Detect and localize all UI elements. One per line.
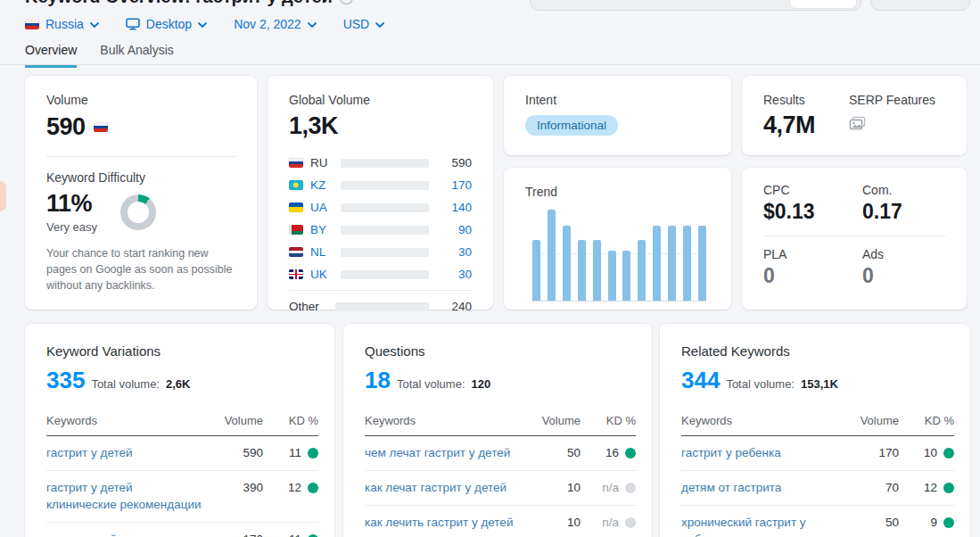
table-header: Keywords Volume KD % [681,414,954,436]
column-kd[interactable]: KD % [581,414,636,427]
country-code-link[interactable]: UA [310,201,334,214]
russia-flag-icon [25,20,39,29]
trend-label: Trend [525,185,710,199]
competition-label: Com. [862,183,902,197]
total-volume-label: Total volume: [397,377,465,391]
edge-feedback-tab[interactable] [0,181,6,211]
table-row: как лечить гастрит у детей 10 n/a [365,506,636,537]
table-row: гастрит у детей 590 11 [46,436,318,471]
country-code-link[interactable]: NL [310,245,334,259]
date-filter[interactable]: Nov 2, 2022 [234,17,317,31]
trend-card: Trend [504,168,731,310]
row-volume: 50 [531,445,581,462]
country-volume: 590 [436,156,472,169]
keyword-link[interactable]: хронический гастрит у ребенка [681,515,849,537]
kd-status-dot [308,448,318,459]
row-volume: 10 [531,480,581,497]
results-label: Results [763,93,815,107]
chevron-down-icon [375,22,384,29]
kd-status-dot [625,448,636,459]
volume-bar-track [341,159,429,168]
competition-value: 0.17 [862,200,902,224]
currency-filter[interactable]: USD [343,17,385,31]
column-volume[interactable]: Volume [213,414,263,427]
country-volume: 140 [436,201,472,214]
segmented-active-option[interactable] [789,0,857,9]
column-keywords[interactable]: Keywords [46,414,213,427]
kd-status-dot [308,483,318,493]
divider [46,156,235,157]
russia-flag-icon [94,122,108,132]
table-row: гастрит у детей клинические рекомендации… [46,471,318,523]
tabs-divider [0,64,980,65]
other-label: Other [289,300,328,313]
info-icon[interactable] [340,0,353,4]
trend-bar [593,240,601,301]
keyword-link[interactable]: гастрит у детей клинические рекомендации [46,480,213,514]
keyword-difficulty-level: Very easy [46,220,97,234]
keyword-link[interactable]: как лечат гастрит у детей [365,480,531,497]
related-keywords-table: Related Keywords 344 Total volume: 153,1… [660,324,970,537]
row-volume: 50 [849,515,899,532]
row-volume: 70 [849,480,899,497]
global-volume-country-list: RU 590 KZ 170 UA 140 BY 90 [289,152,472,318]
row-kd: 12 [288,480,301,497]
keyword-link[interactable]: гастрит у ребенка [681,445,849,462]
table-header: Keywords Volume KD % [365,414,636,436]
country-filter[interactable]: Russia [25,17,99,31]
country-code-link[interactable]: BY [310,223,334,236]
row-kd: 11 [289,445,301,462]
country-code-link[interactable]: UK [310,268,334,281]
keyword-link[interactable]: как лечить гастрит у детей [365,515,531,532]
volume-card: Volume 590 Keyword Difficulty 11% Very e… [25,76,257,310]
table-row: хронический гастрит у ребенка 50 9 [681,506,954,537]
column-kd[interactable]: KD % [263,414,318,427]
keyword-link[interactable]: гастрит у детей [46,445,213,462]
cpc-card: CPC $0.13 Com. 0.17 PLA 0 Ads 0 [742,168,967,310]
ads-value: 0 [862,264,884,288]
total-volume-label: Total volume: [91,377,160,391]
keyword-overview-page: Keyword Overview: гастрит у детей Russia… [0,0,980,537]
country-code: RU [310,156,334,169]
page-title: Keyword Overview: гастрит у детей [25,0,353,7]
column-volume[interactable]: Volume [849,414,899,427]
global-volume-label: Global Volume [289,93,472,107]
column-keywords[interactable]: Keywords [365,414,531,427]
gridline [532,253,706,254]
country-code-link[interactable]: KZ [310,178,334,192]
table-row: детям от гастрита 70 12 [681,471,954,506]
filter-bar: Russia Desktop Nov 2, 2022 USD [25,17,384,31]
trend-bar [638,240,646,301]
top-toolbar-button[interactable] [870,0,970,11]
keyword-link[interactable]: чем лечат гастрит у детей [365,445,531,462]
serp-features-label: SERP Features [849,93,935,107]
image-serp-feature-icon[interactable] [849,116,866,131]
volume-bar-track [341,203,429,212]
table-title: Keyword Variations [46,343,318,359]
column-keywords[interactable]: Keywords [681,414,849,427]
other-volume: 240 [436,300,472,313]
chevron-down-icon [198,22,207,29]
global-volume-value: 1,3K [289,112,472,140]
monitor-icon [126,18,140,30]
volume-bar-track [341,226,429,235]
intent-card: Intent Informational [504,76,731,155]
country-row-uk: UK 30 [289,263,472,285]
column-kd[interactable]: KD % [899,414,954,427]
device-filter[interactable]: Desktop [126,17,207,31]
ads-label: Ads [862,247,884,261]
row-kd: n/a [602,515,619,532]
divider [289,290,472,291]
row-volume: 170 [849,445,899,462]
country-row-kz: KZ 170 [289,174,472,196]
intent-badge[interactable]: Informational [525,115,618,136]
keyword-link[interactable]: хронический гастрит у детей клинические … [46,532,213,537]
table-row: как лечат гастрит у детей 10 n/a [365,471,636,506]
currency-filter-label: USD [343,17,370,31]
keyword-link[interactable]: детям от гастрита [681,480,849,497]
table-row: гастрит у ребенка 170 10 [681,436,954,471]
trend-bar [548,210,556,301]
volume-label: Volume [46,93,235,107]
column-volume[interactable]: Volume [531,414,581,427]
top-toolbar-segmented-control[interactable] [530,0,861,11]
